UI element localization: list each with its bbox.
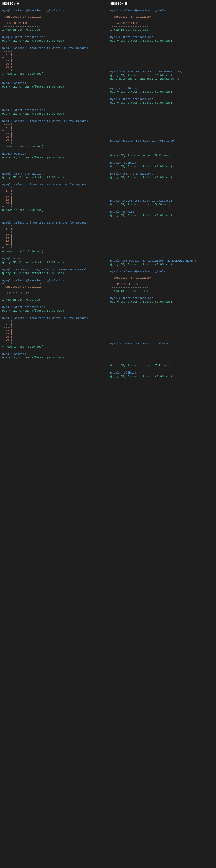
block-80: Query OK, 0 rows affected (0.00 sec) <box>110 300 214 304</box>
block-52: | i | <box>2 189 106 192</box>
block-50: mysql> select i from test.t1 where i>9 f… <box>2 183 106 186</box>
block-45: mysql> start transaction; <box>110 172 214 175</box>
block-28 <box>2 103 106 106</box>
block-91: | i | <box>2 323 106 326</box>
block-13: | i | <box>2 53 106 56</box>
block-6: 1 row in set (0.00 sec) <box>110 28 214 32</box>
block-81: +---------------------+ <box>2 288 106 291</box>
block-35: +----+ <box>2 129 106 132</box>
block-98 <box>110 367 214 369</box>
block-20 <box>110 81 214 83</box>
block-96 <box>110 360 214 363</box>
block-53: +----+ <box>2 192 106 196</box>
block-1: +---------------------+ <box>2 12 106 16</box>
block-26 <box>2 96 106 99</box>
block-17: | 30 | <box>2 65 106 68</box>
block-59 <box>2 212 106 215</box>
block-0: mysql> select @@session.tx_isolation; <box>2 9 106 12</box>
block-92: +----+ <box>2 326 106 329</box>
block-88 <box>2 312 106 314</box>
block-25: mysql> start transaction; <box>110 98 214 101</box>
block-95 <box>110 356 214 360</box>
block-44 <box>2 159 106 163</box>
block-89 <box>110 333 214 336</box>
block-66: | 15 | <box>2 237 106 240</box>
block-58: 3 rows in set (0.00 sec) <box>2 209 106 212</box>
block-74: +---------------------+ <box>110 280 214 283</box>
block-34: | i | <box>2 126 106 129</box>
block-77: 1 row in set (0.00 sec) <box>110 289 214 292</box>
block-50 <box>110 190 214 193</box>
block-33 <box>110 126 214 130</box>
block-51: +----+ <box>2 186 106 189</box>
block-96: | 30 | <box>2 338 106 342</box>
block-61: mysql> select i from test.t1 where i>9 f… <box>2 221 106 224</box>
block-41 <box>2 148 106 150</box>
block-41 <box>110 157 214 159</box>
block-22: mysql> commit; <box>2 82 106 85</box>
block-13 <box>110 53 214 57</box>
block-93: | 12 | <box>2 329 106 332</box>
block-56: Query OK, 0 rows affected (0.02 sec) <box>110 214 214 217</box>
block-95: | 20 | <box>2 335 106 338</box>
block-31 <box>110 119 214 123</box>
block-42: mysql> rollback; <box>110 161 214 164</box>
block-97: Query OK, 1 row affected (7.41 sec) <box>110 364 214 367</box>
block-7 <box>110 32 214 34</box>
block-68: | 30 | <box>2 243 106 246</box>
block-18: +----+ <box>2 68 106 72</box>
session-a-content: mysql> select @@session.tx_isolation;+--… <box>2 9 106 370</box>
block-39 <box>110 150 214 153</box>
block-30: Query OK, 0 rows affected (0.00 sec) <box>2 112 106 115</box>
block-43: Query OK, 0 rows affected (0.00 sec) <box>2 156 106 159</box>
block-57: +----+ <box>2 205 106 208</box>
block-29 <box>110 112 214 115</box>
block-11 <box>110 46 214 50</box>
block-48: Query OK, 0 rows affected (0.00 sec) <box>2 176 106 179</box>
block-98: 4 rows in set (0.00 sec) <box>2 345 106 348</box>
block-66 <box>110 250 214 253</box>
block-79: mysql> start transaction; <box>110 297 214 300</box>
block-99 <box>2 348 106 350</box>
block-100: Query OK, 0 rows affected (0.00 sec) <box>110 375 214 378</box>
block-62 <box>110 235 214 239</box>
block-3: +---------------------+ <box>2 19 106 22</box>
block-38 <box>110 146 214 150</box>
block-9: Query OK, 0 rows affected (0.00 sec) <box>2 39 106 42</box>
block-16 <box>110 64 214 68</box>
block-58 <box>110 221 214 224</box>
block-63: | i | <box>2 227 106 230</box>
block-54 <box>110 206 214 208</box>
block-84 <box>110 314 214 318</box>
block-61 <box>110 231 214 235</box>
block-4: | READ-COMMITTED | <box>110 22 214 25</box>
block-104 <box>2 367 106 370</box>
block-71 <box>2 253 106 255</box>
block-69: Query OK, 0 rows affected (0.00 sec) <box>110 263 214 266</box>
block-10 <box>110 42 214 46</box>
block-48 <box>110 183 214 186</box>
block-72: +---------------------+ <box>110 273 214 276</box>
block-63 <box>110 239 214 243</box>
block-92 <box>110 345 214 349</box>
block-89: mysql> select i from test.t1 where i>9 f… <box>2 316 106 320</box>
block-46: Query OK, 0 rows affected (0.00 sec) <box>110 176 214 179</box>
block-75: mysql> set session tx_isolation='REPEATA… <box>2 268 106 271</box>
block-73: Query OK, 0 rows affected (0.02 sec) <box>2 261 106 264</box>
block-72: mysql> commit; <box>2 257 106 260</box>
block-38: | 30 | <box>2 138 106 142</box>
block-10 <box>2 42 106 44</box>
block-79: +---------------------+ <box>2 282 106 285</box>
block-85 <box>2 301 106 304</box>
block-44 <box>110 168 214 170</box>
block-94 <box>110 352 214 356</box>
block-4: | READ-COMMITTED | <box>2 22 106 25</box>
block-45 <box>2 163 106 166</box>
block-5: +---------------------+ <box>110 25 214 28</box>
block-78 <box>110 292 214 294</box>
block-49 <box>2 179 106 181</box>
block-17: mysql> update test.t1 set i=25 where i=2… <box>110 70 214 73</box>
block-71: mysql> select @@session.tx_isolation; <box>110 270 214 273</box>
block-24 <box>110 94 214 96</box>
block-47: mysql> start transaction; <box>2 172 106 175</box>
